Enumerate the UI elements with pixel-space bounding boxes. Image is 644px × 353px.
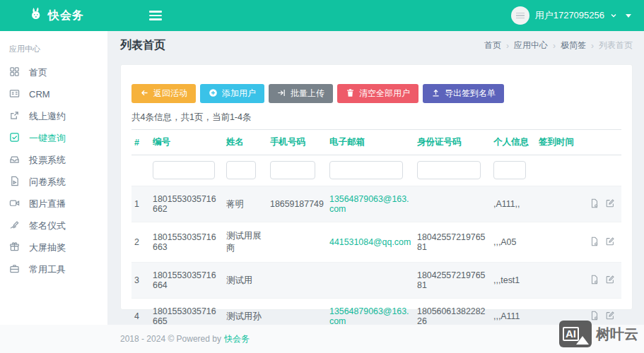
cell-index: 2 <box>131 222 150 263</box>
watermark-label: 树叶云 <box>596 325 638 344</box>
table-row: 1 1801553035716662 蒋明 18659187749 135648… <box>131 186 621 222</box>
cell-idnumber: 1804255721976581 <box>414 263 491 299</box>
cell-phone: 18659187749 <box>267 186 327 222</box>
invite-icon <box>9 110 20 123</box>
username: 用户1727095256 <box>535 9 604 22</box>
file-icon[interactable] <box>584 277 599 287</box>
menu-toggle-icon[interactable] <box>146 8 165 23</box>
page-title: 列表首页 <box>120 38 165 53</box>
cell-info: ,,,test1 <box>491 263 536 299</box>
column-header-name: 姓名 <box>223 130 267 155</box>
export-icon <box>431 88 440 100</box>
dashboard-icon <box>9 66 20 79</box>
breadcrumb-home[interactable]: 首页 <box>484 40 501 52</box>
cell-idnumber: 1804255721976581 <box>414 222 491 263</box>
filter-name-input[interactable] <box>226 161 256 179</box>
sidebar-item-vote[interactable]: 投票系统 <box>0 149 107 171</box>
sidebar-section-label: 应用中心 <box>0 38 107 61</box>
column-header-code: 编号 <box>150 130 223 155</box>
cell-email <box>327 263 414 299</box>
footer: 2018 - 2024 © Powered by 快会务 <box>0 325 644 353</box>
footer-brand-link[interactable]: 快会务 <box>224 333 250 345</box>
record-summary: 共4条信息，共1页，当前1-4条 <box>131 112 621 124</box>
sidebar-item-query[interactable]: 一键查询 <box>0 127 107 149</box>
signature-icon <box>9 220 20 232</box>
edit-icon[interactable] <box>599 201 615 210</box>
breadcrumb: 首页› 应用中心› 极简签› 列表首页 <box>484 40 633 52</box>
sidebar-item-photo-live[interactable]: 图片直播 <box>0 193 107 215</box>
sidebar-item-signature[interactable]: 签名仪式 <box>0 215 107 237</box>
cell-index: 1 <box>131 186 150 222</box>
export-signin-list-button[interactable]: 导出签到名单 <box>423 84 504 103</box>
cell-signtime <box>536 263 581 299</box>
table-row: 2 1801553035716663 测试用展商 441531084@qq.co… <box>131 222 621 263</box>
gift-icon <box>9 241 20 254</box>
ai-image-icon: AI <box>559 321 592 347</box>
cell-code: 1801553035716664 <box>150 263 223 299</box>
cell-phone <box>267 222 327 263</box>
breadcrumb-appcenter[interactable]: 应用中心 <box>514 40 548 52</box>
camera-icon <box>9 198 20 210</box>
cell-name: 测试用 <box>223 263 267 299</box>
filter-code-input[interactable] <box>153 161 215 179</box>
user-menu[interactable]: 用户1727095256 <box>511 6 631 25</box>
toolbox-icon <box>9 263 20 276</box>
sidebar-item-label: 签名仪式 <box>29 220 66 232</box>
sidebar-item-tools[interactable]: 常用工具 <box>0 258 107 280</box>
sidebar-item-crm[interactable]: CRM <box>0 83 107 105</box>
edit-icon[interactable] <box>599 239 615 249</box>
edit-icon[interactable] <box>599 277 615 287</box>
file-icon[interactable] <box>584 239 599 249</box>
filter-email-input[interactable] <box>329 161 403 179</box>
main-content: 列表首页 首页› 应用中心› 极简签› 列表首页 返回活动 添加用户 <box>107 31 644 325</box>
cell-idnumber <box>414 186 491 222</box>
cell-email-link[interactable]: 13564879063@163.com <box>327 186 414 222</box>
footer-copyright: 2018 - 2024 © Powered by <box>120 334 221 344</box>
clear-all-users-button[interactable]: 清空全部用户 <box>337 84 418 103</box>
sidebar-item-label: 问卷系统 <box>29 176 66 189</box>
filter-row <box>131 155 621 186</box>
brand-logo[interactable]: 快会务 <box>28 6 84 25</box>
cell-signtime <box>536 222 581 263</box>
sidebar-item-label: 大屏抽奖 <box>29 241 66 254</box>
file-icon[interactable] <box>584 201 599 210</box>
batch-upload-button[interactable]: 批量上传 <box>269 84 333 103</box>
rabbit-logo-icon <box>28 6 44 25</box>
sidebar-item-lottery[interactable]: 大屏抽奖 <box>0 237 107 258</box>
column-header-email: 电子邮箱 <box>327 130 414 155</box>
return-activity-button[interactable]: 返回活动 <box>131 84 196 103</box>
plus-circle-icon <box>209 88 218 100</box>
column-header-idnumber: 身份证号码 <box>414 130 491 155</box>
cell-code: 1801553035716662 <box>150 186 223 222</box>
breadcrumb-separator: › <box>591 41 594 51</box>
cell-index: 3 <box>131 263 150 299</box>
column-header-phone: 手机号码 <box>267 130 327 155</box>
cell-name: 蒋明 <box>223 186 267 222</box>
filter-phone-input[interactable] <box>270 161 315 179</box>
vote-box-icon <box>9 154 20 167</box>
sidebar-item-home[interactable]: 首页 <box>0 61 107 83</box>
users-table: # 编号 姓名 手机号码 电子邮箱 身份证号码 个人信息 签到时间 <box>131 129 621 335</box>
column-header-signtime: 签到时间 <box>536 130 581 155</box>
add-user-button[interactable]: 添加用户 <box>200 84 264 103</box>
cell-name: 测试用展商 <box>223 222 267 263</box>
batch-upload-icon <box>277 88 286 100</box>
watermark: AI 树叶云 <box>559 321 638 347</box>
filter-idnumber-input[interactable] <box>417 161 481 179</box>
brand-name: 快会务 <box>48 8 84 23</box>
cell-info: ,,,A05 <box>491 222 536 263</box>
breadcrumb-jijianqian[interactable]: 极简签 <box>561 40 586 52</box>
column-header-actions <box>581 130 621 155</box>
filter-info-input[interactable] <box>493 161 526 179</box>
arrow-left-icon <box>140 88 149 100</box>
sidebar-item-survey[interactable]: 问卷系统 <box>0 171 107 193</box>
chevron-down-icon <box>610 9 617 22</box>
top-header: 快会务 用户1727095256 <box>0 0 644 31</box>
column-header-info: 个人信息 <box>491 130 536 155</box>
trash-icon <box>346 88 355 100</box>
cell-email-link[interactable]: 441531084@qq.com <box>327 222 414 263</box>
sidebar-item-label: 投票系统 <box>29 154 66 167</box>
cell-code: 1801553035716663 <box>150 222 223 263</box>
check-square-icon <box>9 132 20 145</box>
sidebar-item-invite[interactable]: 线上邀约 <box>0 105 107 127</box>
